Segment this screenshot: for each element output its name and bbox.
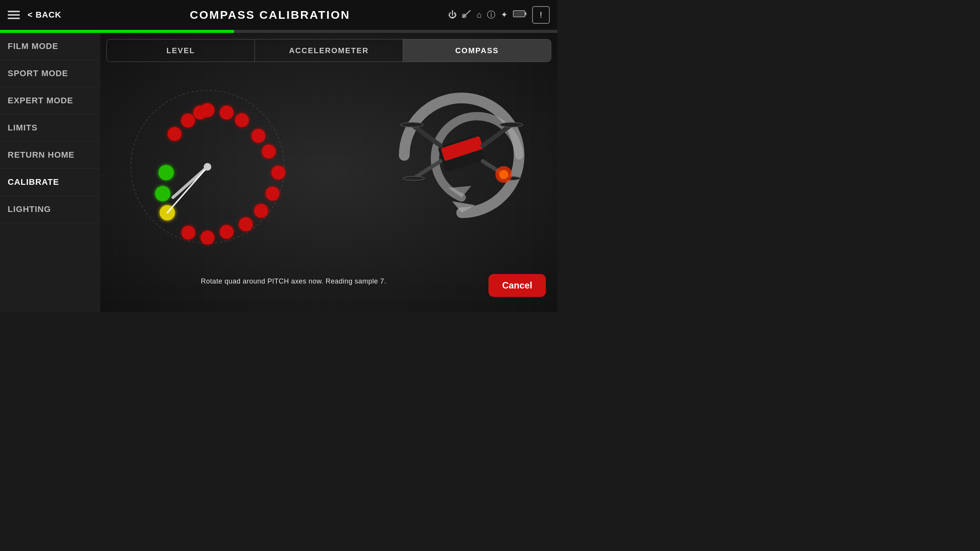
header-icons: ⏻ ⌂ ⓘ ✦ ! <box>448 6 550 24</box>
svg-point-11 <box>220 106 234 119</box>
svg-point-10 <box>201 103 214 117</box>
tab-level[interactable]: LEVEL <box>107 39 255 62</box>
bluetooth-icon[interactable]: ✦ <box>501 10 508 20</box>
svg-point-36 <box>400 122 423 127</box>
info-icon[interactable]: ⓘ <box>487 9 495 21</box>
svg-point-13 <box>252 129 265 143</box>
rotation-arrows-svg <box>381 83 542 228</box>
svg-point-18 <box>239 217 253 231</box>
svg-line-32 <box>412 125 441 146</box>
sidebar-item-return-home[interactable]: RETURN HOME <box>0 142 100 169</box>
svg-line-26 <box>173 167 207 197</box>
signal-icon <box>462 10 471 20</box>
page-title: COMPASS CALIBRATION <box>92 8 448 21</box>
sidebar-item-calibrate[interactable]: CALIBRATE <box>0 169 100 196</box>
sidebar: FILM MODE SPORT MODE EXPERT MODE LIMITS … <box>0 33 100 312</box>
main-content: LEVEL ACCELEROMETER COMPASS <box>100 33 557 312</box>
power-icon[interactable]: ⏻ <box>448 10 457 20</box>
status-text: Rotate quad around PITCH axes now. Readi… <box>106 277 481 285</box>
svg-rect-4 <box>525 12 526 15</box>
compass-svg <box>108 67 307 266</box>
svg-point-17 <box>254 204 268 218</box>
sidebar-item-expert-mode[interactable]: EXPERT MODE <box>0 87 100 114</box>
svg-point-20 <box>201 231 214 245</box>
svg-point-15 <box>271 166 285 179</box>
svg-point-23 <box>155 186 170 201</box>
header: < BACK COMPASS CALIBRATION ⏻ ⌂ ⓘ ✦ ! <box>0 0 557 30</box>
progress-fill <box>0 30 234 33</box>
tab-compass[interactable]: COMPASS <box>403 39 551 62</box>
sidebar-item-sport-mode[interactable]: SPORT MODE <box>0 60 100 87</box>
svg-point-38 <box>403 176 425 180</box>
svg-line-33 <box>483 125 511 146</box>
back-button[interactable]: < BACK <box>28 10 62 20</box>
drone-illustration <box>381 83 542 228</box>
sidebar-item-film-mode[interactable]: FILM MODE <box>0 33 100 60</box>
svg-point-16 <box>266 187 279 201</box>
battery-icon <box>513 10 527 20</box>
notification-icon[interactable]: ! <box>532 6 550 24</box>
svg-point-41 <box>499 170 508 179</box>
sidebar-item-limits[interactable]: LIMITS <box>0 114 100 142</box>
svg-point-27 <box>204 163 211 171</box>
progress-bar <box>0 30 557 33</box>
tabs: LEVEL ACCELEROMETER COMPASS <box>106 39 551 62</box>
svg-point-21 <box>181 226 195 240</box>
svg-point-14 <box>262 145 276 158</box>
svg-point-37 <box>500 122 523 127</box>
svg-point-12 <box>235 113 249 127</box>
svg-point-19 <box>220 225 234 239</box>
svg-point-7 <box>168 127 181 141</box>
svg-rect-5 <box>514 11 524 16</box>
header-left: < BACK <box>8 10 92 20</box>
sidebar-item-lighting[interactable]: LIGHTING <box>0 196 100 223</box>
svg-point-24 <box>158 165 174 180</box>
menu-icon[interactable] <box>8 11 20 19</box>
compass-circle-area <box>108 67 307 266</box>
cancel-button[interactable]: Cancel <box>488 274 546 297</box>
tab-accelerometer[interactable]: ACCELEROMETER <box>255 39 403 62</box>
svg-point-8 <box>181 114 195 127</box>
home-icon[interactable]: ⌂ <box>477 10 482 20</box>
